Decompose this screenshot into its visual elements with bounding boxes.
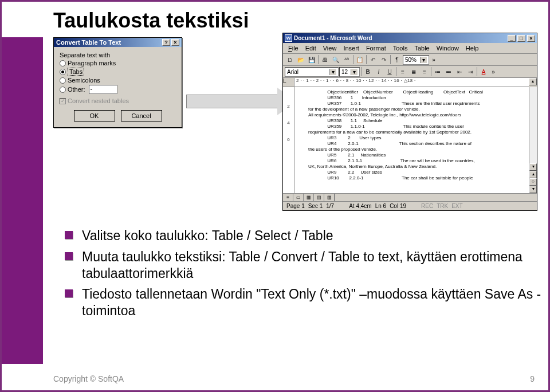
preview-icon[interactable]: 🔍 [331,54,341,65]
chevron-icon[interactable]: » [489,67,497,76]
bullet-text: Valitse koko taulukko: Table / Select / … [82,228,333,244]
print-icon[interactable]: 🖶 [320,54,330,65]
menu-table[interactable]: Table [411,44,432,52]
help-button[interactable]: ? [162,39,170,46]
status-ln: Ln 6 [375,203,386,209]
word-window: W Document1 - Microsoft Word _ □ × File … [282,33,537,211]
save-icon[interactable]: 💾 [307,54,317,65]
paste-icon[interactable]: 📋 [355,54,365,65]
radio-tabs-label: Tabs [68,68,84,76]
radio-tabs[interactable] [60,69,66,75]
menu-insert[interactable]: Insert [340,44,362,52]
close-button[interactable]: × [171,39,179,46]
slide-title: Taulukosta tekstiksi [53,9,548,33]
menu-file[interactable]: File [285,44,301,52]
menu-window[interactable]: Window [434,44,462,52]
menu-tools[interactable]: Tools [390,44,411,52]
status-trk: TRK [437,203,448,209]
document-body[interactable]: ObjectIdentifier ObjectNumber ObjectHead… [294,87,529,193]
bullet-text: Tiedosto tallennetaan Wordin "Text Only … [82,286,548,319]
status-pages: 1/7 [326,203,334,209]
align-left-icon[interactable]: ≡ [398,66,408,77]
radio-paragraph[interactable] [60,60,66,66]
spell-icon[interactable]: ᴬᴮ [341,54,352,65]
italic-icon[interactable]: I [374,66,384,77]
radio-paragraph-label: Paragraph marks [68,60,116,66]
redo-icon[interactable]: ↷ [379,54,389,65]
separate-label: Separate text with [60,52,176,58]
maximize-button[interactable]: □ [517,35,525,42]
arrow-icon [186,95,278,108]
bullet-text: Muuta taulukko tekstiksi: Table / Conver… [82,249,548,282]
minimize-button[interactable]: _ [508,35,516,42]
close-button[interactable]: × [527,35,535,42]
ok-button[interactable]: OK [74,110,115,121]
bold-icon[interactable]: B [363,66,373,77]
bullet-icon [65,231,73,239]
status-ext: EXT [451,203,462,209]
size-combo[interactable]: 12▾ [339,67,360,77]
ruler-vertical[interactable]: 246 [283,87,294,193]
bullet-icon [65,289,73,297]
align-right-icon[interactable]: ≡ [419,66,430,77]
scrollbar-vertical[interactable]: ▾ ▴ ○ ▾ [529,87,537,193]
underline-icon[interactable]: U [384,66,395,77]
ruler-horizontal[interactable]: 2 · · 1 · · 2 · · 1 · · 6 · · 8 · · 10 ·… [294,78,529,87]
bullet-icon [65,252,73,260]
align-center-icon[interactable]: ≣ [408,66,419,77]
other-input[interactable]: - [89,85,117,94]
open-icon[interactable]: 📂 [296,54,306,65]
footer-copyright: Copyright © SoftQA [53,374,124,383]
undo-icon[interactable]: ↶ [368,54,378,65]
numlist-icon[interactable]: ≔ [433,66,443,77]
radio-other-label: Other: [68,86,85,93]
view-web-icon[interactable]: ▭ [293,194,304,202]
radio-other[interactable] [60,87,66,93]
status-rec: REC [421,203,433,209]
view-outline-icon[interactable]: ▤ [314,194,324,202]
outdent-icon[interactable]: ⇤ [454,66,465,77]
para-icon[interactable]: ¶ [392,54,402,65]
radio-semicolons-label: Semicolons [68,77,100,84]
view-reading-icon[interactable]: ▥ [324,194,335,202]
radio-semicolons[interactable] [60,77,66,84]
status-col: Col 19 [390,203,406,209]
indent-icon[interactable]: ⇥ [465,66,476,77]
view-print-icon[interactable]: ▦ [304,194,314,202]
scroll-down-icon[interactable]: ▾ [529,163,537,171]
status-at: At 4,4cm [349,203,371,209]
ruler-corner[interactable]: L [283,78,294,87]
nested-label: Convert nested tables [68,97,129,104]
status-page: Page 1 [286,203,305,209]
nested-checkbox: ✓ [60,98,66,104]
browse-next-icon[interactable]: ▾ [529,186,537,193]
scroll-up-icon[interactable]: ▴ [529,78,537,85]
sidebar-decoration [2,37,43,364]
chevron-icon[interactable]: » [430,55,438,64]
fontcolor-icon[interactable]: A [478,66,489,77]
word-title: Document1 - Microsoft Word [294,35,372,41]
zoom-combo[interactable]: 50%▾ [403,55,429,65]
menu-format[interactable]: Format [363,44,389,52]
bullist-icon[interactable]: ≕ [443,66,454,77]
dialog-title: Convert Table To Text [56,39,121,46]
menu-view[interactable]: View [320,44,340,52]
menubar: File Edit View Insert Format Tools Table… [283,43,537,54]
footer-pagenum: 9 [530,374,535,383]
word-icon: W [285,34,292,42]
new-icon[interactable]: 🗋 [285,54,295,65]
scrollbar-horizontal[interactable] [335,194,537,201]
menu-edit[interactable]: Edit [302,44,319,52]
menu-help[interactable]: Help [463,44,482,52]
font-combo[interactable]: Arial▾ [285,67,339,77]
convert-table-dialog: Convert Table To Text ? × Separate text … [53,37,182,128]
bullet-list: Valitse koko taulukko: Table / Select / … [65,228,548,319]
browse-select-icon[interactable]: ○ [529,178,537,186]
view-normal-icon[interactable]: ≡ [283,194,293,202]
statusbar: Page 1 Sec 1 1/7 At 4,4cm Ln 6 Col 19 RE… [283,201,537,210]
status-sec: Sec 1 [308,203,323,209]
browse-prev-icon[interactable]: ▴ [529,171,537,178]
cancel-button[interactable]: Cancel [121,110,162,121]
